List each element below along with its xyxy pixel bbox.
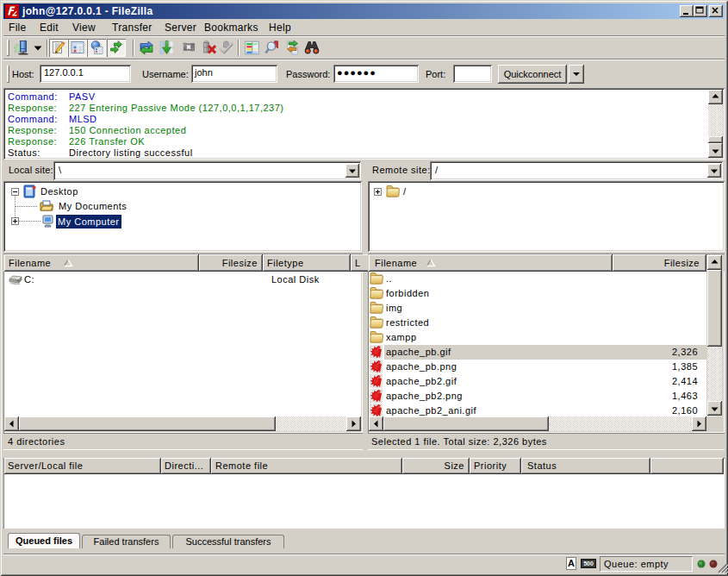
svg-text:A: A [568, 558, 575, 568]
